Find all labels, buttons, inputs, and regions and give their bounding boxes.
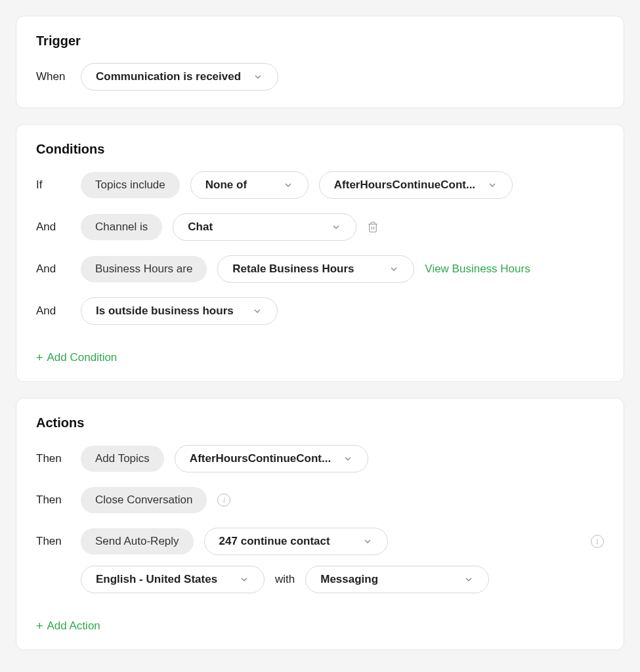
info-icon[interactable]: i [217,494,230,507]
info-icon[interactable]: i [591,535,604,548]
action-value: AfterHoursContinueCont... [190,452,331,465]
chevron-down-icon [362,536,373,547]
condition-row: And Business Hours are Retale Business H… [36,255,604,283]
trigger-prefix: When [36,70,70,83]
condition-type-pill[interactable]: Business Hours are [81,256,207,282]
action-type-label: Send Auto-Reply [95,535,179,548]
condition-prefix: If [36,178,70,192]
condition-prefix: And [36,220,70,234]
with-label: with [275,573,295,586]
condition-value-select[interactable]: AfterHoursContinueCont... [319,171,513,199]
action-locale-value: English - United States [96,573,217,586]
action-locale-select[interactable]: English - United States [81,566,265,593]
chevron-down-icon [331,222,341,232]
condition-value: AfterHoursContinueCont... [334,178,475,192]
view-business-hours-link[interactable]: View Business Hours [425,262,530,276]
chevron-down-icon [389,264,399,274]
trigger-select-value: Communication is received [96,70,241,83]
actions-title: Actions [36,415,604,430]
plus-icon: + [36,352,43,364]
action-type-pill[interactable]: Close Conversation [81,487,207,513]
action-channel-select[interactable]: Messaging [305,566,489,593]
condition-type-label: Topics include [95,178,165,192]
condition-value-select[interactable]: Retale Business Hours [217,255,414,283]
condition-prefix: And [36,262,70,276]
conditions-title: Conditions [36,142,604,157]
condition-prefix: And [36,304,70,318]
condition-type-label: Channel is [95,220,148,234]
chevron-down-icon [343,453,353,464]
action-value: 247 continue contact [219,535,330,548]
condition-value: Retale Business Hours [232,262,354,276]
chevron-down-icon [463,574,474,585]
chevron-down-icon [253,72,263,82]
condition-operator-value: None of [205,178,247,192]
chevron-down-icon [487,180,498,190]
action-prefix: Then [36,452,70,465]
condition-row: And Channel is Chat [36,213,604,241]
condition-value-select[interactable]: Chat [173,213,356,241]
add-action-button[interactable]: + Add Action [36,620,100,633]
trigger-title: Trigger [36,33,604,49]
condition-row: If Topics include None of AfterHoursCont… [36,171,604,199]
trash-icon[interactable] [367,220,379,234]
actions-card: Actions Then Add Topics AfterHoursContin… [16,398,624,650]
action-sub-row: English - United States with Messaging [81,566,604,593]
action-channel-value: Messaging [320,573,378,586]
conditions-card: Conditions If Topics include None of Aft… [16,124,624,382]
add-condition-label: Add Condition [47,351,117,364]
action-type-label: Add Topics [95,452,150,465]
trigger-card: Trigger When Communication is received [16,16,624,108]
chevron-down-icon [239,574,249,585]
action-value-select[interactable]: AfterHoursContinueCont... [175,445,368,472]
condition-type-pill[interactable]: Channel is [81,214,162,240]
condition-type-pill[interactable]: Topics include [81,172,180,198]
add-condition-button[interactable]: + Add Condition [36,351,117,364]
action-type-pill[interactable]: Send Auto-Reply [81,528,194,555]
plus-icon: + [36,620,43,632]
action-value-select[interactable]: 247 continue contact [204,528,388,555]
action-prefix: Then [36,535,70,548]
chevron-down-icon [252,306,263,316]
add-action-label: Add Action [47,620,100,633]
chevron-down-icon [283,180,293,190]
action-prefix: Then [36,494,70,507]
trigger-row: When Communication is received [36,63,604,91]
action-row: Then Add Topics AfterHoursContinueCont..… [36,445,604,472]
condition-type-label: Business Hours are [95,262,192,276]
action-type-pill[interactable]: Add Topics [81,446,164,472]
condition-value: Chat [188,220,213,234]
condition-value: Is outside business hours [96,304,234,318]
action-row: Then Close Conversation i [36,487,604,513]
action-type-label: Close Conversation [95,494,192,507]
action-row: Then Send Auto-Reply 247 continue contac… [36,528,604,555]
trigger-select[interactable]: Communication is received [81,63,278,91]
condition-row: And Is outside business hours [36,297,604,325]
condition-operator-select[interactable]: None of [190,171,309,199]
condition-value-select[interactable]: Is outside business hours [81,297,278,325]
